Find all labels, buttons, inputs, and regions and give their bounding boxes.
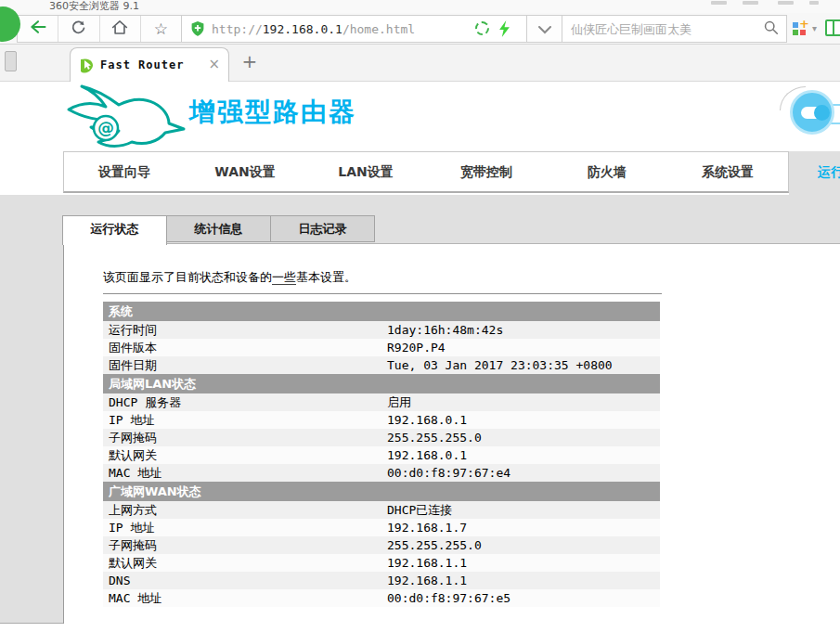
back-button[interactable] (18, 16, 58, 42)
table-row: DHCP 服务器启用 (103, 393, 660, 411)
row-label: MAC 地址 (103, 589, 381, 607)
router-logo: @ (63, 82, 189, 154)
status-panel: 该页面显示了目前状态和设备的一些基本设置。 系统 运行时间1day:16h:48… (63, 243, 840, 624)
subtab-running-status[interactable]: 运行状态 (62, 215, 167, 245)
table-row: 子网掩码255.255.255.0 (103, 536, 660, 554)
new-tab-button[interactable]: + (238, 50, 262, 74)
swallow-bird-icon: @ (63, 82, 189, 150)
window-menu-fragment (778, 1, 794, 5)
row-value: 192.168.0.1 (381, 411, 660, 429)
toggle-switch-icon (801, 107, 824, 119)
bookmarks-book-icon[interactable] (825, 19, 840, 36)
table-row: 固件版本R920P.P4 (103, 339, 660, 356)
home-button[interactable] (100, 16, 141, 42)
url-text: http://192.168.0.1/home.html (212, 22, 415, 36)
section-title: 局域网LAN状态 (103, 374, 660, 393)
row-value: 192.168.0.1 (381, 446, 660, 464)
window-menu-fragment (711, 1, 727, 5)
row-label: 固件版本 (103, 339, 381, 356)
table-section-system: 系统 运行时间1day:16h:48m:42s 固件版本R920P.P4 固件日… (103, 302, 660, 374)
table-section-lan: 局域网LAN状态 DHCP 服务器启用 IP 地址192.168.0.1 子网掩… (103, 374, 660, 482)
url-path: /home.html (342, 22, 415, 36)
subtab-statistics[interactable]: 统计信息 (166, 215, 271, 242)
row-label: MAC 地址 (103, 464, 381, 482)
menu-item-wan-settings[interactable]: WAN设置 (185, 152, 305, 192)
table-row: MAC 地址00:d0:f8:97:67:e5 (103, 589, 660, 607)
row-label: IP 地址 (103, 519, 381, 536)
table-row: 子网掩码255.255.255.0 (103, 429, 660, 446)
status-subtabs: 运行状态 统计信息 日志记录 (63, 215, 375, 245)
url-dropdown-button[interactable] (526, 15, 562, 43)
row-value: 255.255.255.0 (381, 536, 660, 554)
search-icon[interactable] (763, 19, 779, 39)
window-menu-fragment (809, 1, 819, 5)
description-underlined: 一些 (272, 270, 296, 285)
table-row: DNS192.168.1.1 (103, 572, 660, 589)
row-label: 运行时间 (103, 321, 381, 339)
tab-fast-router[interactable]: Fast Router × (70, 47, 229, 82)
nav-button-group: ☆ (17, 15, 182, 43)
brand-title: 增强型路由器 (189, 95, 356, 130)
row-label: 上网方式 (103, 501, 381, 519)
description-suffix: 基本设置。 (296, 270, 356, 284)
row-value: Tue, 03 Jan 2017 23:03:35 +0800 (381, 356, 660, 374)
sidebar-panel-icon[interactable] (5, 51, 17, 71)
section-header-row: 局域网LAN状态 (103, 374, 660, 393)
menu-item-firewall[interactable]: 防火墙 (547, 152, 667, 192)
row-label: DHCP 服务器 (103, 393, 381, 411)
menu-item-bandwidth-control[interactable]: 宽带控制 (426, 152, 547, 192)
row-label: DNS (103, 572, 381, 589)
apps-caret-icon[interactable]: ▾ (812, 23, 817, 33)
row-value: 00:d0:f8:97:67:e5 (381, 589, 660, 607)
address-bar[interactable]: http://192.168.0.1/home.html (181, 15, 527, 43)
url-host: 192.168.0.1 (263, 22, 342, 36)
url-scheme: http:// (212, 22, 263, 36)
grid-plus-icon: + (799, 17, 805, 22)
row-value: 192.168.1.7 (381, 519, 660, 536)
menu-item-running-status[interactable]: 运行状态 (789, 151, 840, 195)
favorites-button[interactable]: ☆ (141, 16, 181, 42)
table-row: 默认网关192.168.0.1 (103, 446, 660, 464)
refresh-button[interactable] (58, 16, 99, 42)
table-row: MAC 地址00:d0:f8:97:67:e4 (103, 464, 660, 482)
subtab-log[interactable]: 日志记录 (270, 215, 375, 242)
lightning-icon[interactable] (498, 20, 510, 41)
section-header-row: 系统 (103, 302, 660, 321)
section-title: 广域网WAN状态 (103, 482, 660, 501)
search-input[interactable] (571, 22, 763, 36)
page-description: 该页面显示了目前状态和设备的一些基本设置。 (103, 269, 356, 286)
row-value: R920P.P4 (381, 339, 660, 356)
row-value: 1day:16h:48m:42s (381, 321, 660, 339)
row-value: 255.255.255.0 (381, 429, 660, 446)
table-row: 默认网关192.168.1.1 (103, 554, 660, 572)
window-title: 360安全浏览器 9.1 (49, 0, 139, 13)
browser-toolbar: ☆ http://192.168.0.1/home.html + ▾ (0, 13, 840, 45)
menu-item-system-settings[interactable]: 系统设置 (667, 152, 788, 192)
row-label: 子网掩码 (103, 429, 381, 446)
row-value: DHCP已连接 (381, 501, 660, 519)
table-row: IP 地址192.168.1.7 (103, 519, 660, 536)
table-row: 上网方式DHCP已连接 (103, 501, 660, 519)
main-menu: 设置向导 WAN设置 LAN设置 宽带控制 防火墙 系统设置 运行状态 (63, 151, 840, 195)
menu-item-setup-wizard[interactable]: 设置向导 (64, 152, 185, 192)
row-value: 192.168.1.1 (381, 572, 660, 589)
speed-mode-icon[interactable] (475, 21, 489, 35)
table-row: 固件日期Tue, 03 Jan 2017 23:03:35 +0800 (103, 356, 660, 374)
apps-grid-icon[interactable]: + (793, 21, 808, 35)
chevron-down-icon (538, 20, 551, 38)
grid-square-blue (793, 22, 798, 28)
row-label: 固件日期 (103, 356, 381, 374)
site-safety-shield-icon[interactable] (190, 20, 205, 37)
row-label: 默认网关 (103, 554, 381, 572)
tab-close-icon[interactable]: × (208, 56, 220, 72)
floating-toggle-button[interactable] (790, 90, 834, 135)
menu-item-lan-settings[interactable]: LAN设置 (305, 152, 426, 192)
content-area: 运行状态 统计信息 日志记录 该页面显示了目前状态和设备的一些基本设置。 系统 … (0, 195, 840, 624)
window-menu-fragment (743, 1, 758, 5)
tab-title: Fast Router (100, 58, 184, 71)
search-box (562, 15, 787, 43)
row-label: IP 地址 (103, 411, 381, 429)
divider (103, 293, 662, 294)
row-value: 192.168.1.1 (381, 554, 660, 572)
section-header-row: 广域网WAN状态 (103, 482, 660, 501)
